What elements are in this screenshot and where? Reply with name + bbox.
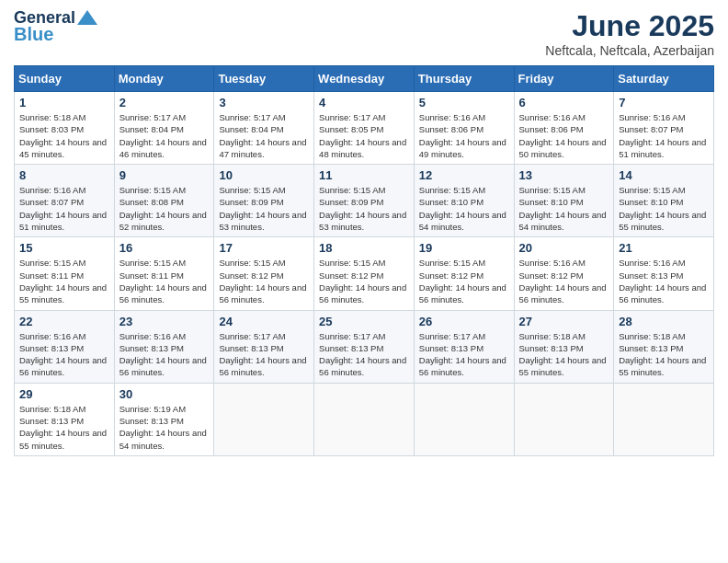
day-info: Sunrise: 5:15 AM Sunset: 8:10 PM Dayligh…: [619, 184, 709, 233]
day-number: 18: [319, 241, 409, 255]
day-info: Sunrise: 5:16 AM Sunset: 8:06 PM Dayligh…: [519, 111, 609, 160]
day-number: 12: [419, 168, 509, 182]
day-info: Sunrise: 5:19 AM Sunset: 8:13 PM Dayligh…: [119, 403, 210, 452]
day-number: 26: [419, 315, 509, 328]
day-info: Sunrise: 5:15 AM Sunset: 8:12 PM Dayligh…: [419, 257, 509, 305]
day-info: Sunrise: 5:16 AM Sunset: 8:07 PM Dayligh…: [19, 184, 109, 233]
calendar-cell-2-4: 11 Sunrise: 5:15 AM Sunset: 8:09 PM Dayl…: [314, 165, 415, 237]
calendar-cell-3-2: 16 Sunrise: 5:15 AM Sunset: 8:11 PM Dayl…: [114, 237, 214, 310]
col-thursday: Thursday: [414, 66, 514, 92]
calendar-cell-3-3: 17 Sunrise: 5:15 AM Sunset: 8:12 PM Dayl…: [214, 237, 314, 310]
day-info: Sunrise: 5:15 AM Sunset: 8:12 PM Dayligh…: [219, 257, 309, 305]
calendar-header-row: Sunday Monday Tuesday Wednesday Thursday…: [15, 66, 714, 92]
calendar-cell-4-6: 27 Sunrise: 5:18 AM Sunset: 8:13 PM Dayl…: [514, 310, 614, 383]
day-info: Sunrise: 5:16 AM Sunset: 8:13 PM Dayligh…: [19, 330, 109, 379]
day-info: Sunrise: 5:15 AM Sunset: 8:11 PM Dayligh…: [19, 257, 109, 305]
col-saturday: Saturday: [614, 66, 714, 92]
day-number: 24: [219, 315, 309, 328]
calendar-cell-1-5: 5 Sunrise: 5:16 AM Sunset: 8:06 PM Dayli…: [414, 92, 514, 165]
day-number: 10: [219, 168, 309, 182]
calendar-week-2: 8 Sunrise: 5:16 AM Sunset: 8:07 PM Dayli…: [15, 165, 714, 237]
calendar-cell-5-4: [314, 383, 415, 455]
day-info: Sunrise: 5:18 AM Sunset: 8:13 PM Dayligh…: [519, 330, 609, 379]
calendar-cell-1-2: 2 Sunrise: 5:17 AM Sunset: 8:04 PM Dayli…: [114, 92, 214, 165]
col-monday: Monday: [114, 66, 214, 92]
logo-triangle-icon: [77, 10, 97, 25]
main-title: June 2025: [545, 9, 714, 43]
day-info: Sunrise: 5:16 AM Sunset: 8:07 PM Dayligh…: [619, 111, 709, 160]
calendar-cell-4-2: 23 Sunrise: 5:16 AM Sunset: 8:13 PM Dayl…: [114, 310, 214, 383]
calendar-cell-3-5: 19 Sunrise: 5:15 AM Sunset: 8:12 PM Dayl…: [414, 237, 514, 310]
day-number: 3: [219, 96, 309, 109]
day-info: Sunrise: 5:15 AM Sunset: 8:10 PM Dayligh…: [419, 184, 509, 233]
calendar-cell-4-3: 24 Sunrise: 5:17 AM Sunset: 8:13 PM Dayl…: [214, 310, 314, 383]
calendar-cell-4-1: 22 Sunrise: 5:16 AM Sunset: 8:13 PM Dayl…: [15, 310, 115, 383]
calendar-cell-5-1: 29 Sunrise: 5:18 AM Sunset: 8:13 PM Dayl…: [15, 383, 115, 455]
day-number: 2: [119, 96, 210, 109]
day-number: 16: [119, 241, 210, 255]
day-number: 7: [619, 96, 709, 109]
col-wednesday: Wednesday: [314, 66, 415, 92]
day-number: 27: [519, 315, 609, 328]
calendar-cell-4-4: 25 Sunrise: 5:17 AM Sunset: 8:13 PM Dayl…: [314, 310, 415, 383]
day-info: Sunrise: 5:18 AM Sunset: 8:13 PM Dayligh…: [619, 330, 709, 379]
header: General Blue June 2025 Neftcala, Neftcal…: [14, 9, 714, 58]
calendar-cell-4-7: 28 Sunrise: 5:18 AM Sunset: 8:13 PM Dayl…: [614, 310, 714, 383]
day-number: 23: [119, 315, 210, 328]
day-info: Sunrise: 5:16 AM Sunset: 8:13 PM Dayligh…: [619, 257, 709, 305]
day-info: Sunrise: 5:15 AM Sunset: 8:09 PM Dayligh…: [319, 184, 409, 233]
day-info: Sunrise: 5:16 AM Sunset: 8:13 PM Dayligh…: [119, 330, 210, 379]
calendar-cell-5-2: 30 Sunrise: 5:19 AM Sunset: 8:13 PM Dayl…: [114, 383, 214, 455]
calendar-cell-4-5: 26 Sunrise: 5:17 AM Sunset: 8:13 PM Dayl…: [414, 310, 514, 383]
day-number: 5: [419, 96, 509, 109]
calendar-cell-2-1: 8 Sunrise: 5:16 AM Sunset: 8:07 PM Dayli…: [15, 165, 115, 237]
day-number: 11: [319, 168, 409, 182]
col-tuesday: Tuesday: [214, 66, 314, 92]
day-number: 29: [19, 387, 109, 401]
calendar-week-3: 15 Sunrise: 5:15 AM Sunset: 8:11 PM Dayl…: [15, 237, 714, 310]
col-sunday: Sunday: [15, 66, 115, 92]
day-info: Sunrise: 5:15 AM Sunset: 8:11 PM Dayligh…: [119, 257, 210, 305]
day-number: 6: [519, 96, 609, 109]
day-info: Sunrise: 5:18 AM Sunset: 8:13 PM Dayligh…: [19, 403, 109, 452]
day-info: Sunrise: 5:16 AM Sunset: 8:12 PM Dayligh…: [519, 257, 609, 305]
day-number: 20: [519, 241, 609, 255]
day-number: 1: [19, 96, 109, 109]
svg-marker-0: [77, 10, 97, 25]
day-number: 19: [419, 241, 509, 255]
day-info: Sunrise: 5:17 AM Sunset: 8:04 PM Dayligh…: [119, 111, 210, 160]
logo-blue: Blue: [14, 24, 53, 44]
page: General Blue June 2025 Neftcala, Neftcal…: [0, 0, 728, 563]
day-info: Sunrise: 5:15 AM Sunset: 8:09 PM Dayligh…: [219, 184, 309, 233]
calendar-cell-1-3: 3 Sunrise: 5:17 AM Sunset: 8:04 PM Dayli…: [214, 92, 314, 165]
day-number: 9: [119, 168, 210, 182]
day-number: 4: [319, 96, 409, 109]
calendar-cell-3-1: 15 Sunrise: 5:15 AM Sunset: 8:11 PM Dayl…: [15, 237, 115, 310]
calendar-cell-5-6: [514, 383, 614, 455]
calendar-cell-2-5: 12 Sunrise: 5:15 AM Sunset: 8:10 PM Dayl…: [414, 165, 514, 237]
logo: General Blue: [14, 9, 97, 44]
day-number: 25: [319, 315, 409, 328]
title-block: June 2025 Neftcala, Neftcala, Azerbaijan: [545, 9, 714, 58]
day-info: Sunrise: 5:18 AM Sunset: 8:03 PM Dayligh…: [19, 111, 109, 160]
calendar-cell-5-3: [214, 383, 314, 455]
calendar-cell-1-1: 1 Sunrise: 5:18 AM Sunset: 8:03 PM Dayli…: [15, 92, 115, 165]
calendar-week-4: 22 Sunrise: 5:16 AM Sunset: 8:13 PM Dayl…: [15, 310, 714, 383]
calendar-cell-2-2: 9 Sunrise: 5:15 AM Sunset: 8:08 PM Dayli…: [114, 165, 214, 237]
calendar-cell-5-7: [614, 383, 714, 455]
calendar-cell-1-4: 4 Sunrise: 5:17 AM Sunset: 8:05 PM Dayli…: [314, 92, 415, 165]
day-info: Sunrise: 5:17 AM Sunset: 8:13 PM Dayligh…: [219, 330, 309, 379]
calendar-cell-3-6: 20 Sunrise: 5:16 AM Sunset: 8:12 PM Dayl…: [514, 237, 614, 310]
day-info: Sunrise: 5:17 AM Sunset: 8:13 PM Dayligh…: [419, 330, 509, 379]
day-info: Sunrise: 5:17 AM Sunset: 8:05 PM Dayligh…: [319, 111, 409, 160]
day-info: Sunrise: 5:15 AM Sunset: 8:10 PM Dayligh…: [519, 184, 609, 233]
day-number: 13: [519, 168, 609, 182]
day-info: Sunrise: 5:15 AM Sunset: 8:12 PM Dayligh…: [319, 257, 409, 305]
day-number: 22: [19, 315, 109, 328]
subtitle: Neftcala, Neftcala, Azerbaijan: [545, 43, 714, 58]
calendar-cell-2-6: 13 Sunrise: 5:15 AM Sunset: 8:10 PM Dayl…: [514, 165, 614, 237]
day-number: 30: [119, 387, 210, 401]
calendar-table: Sunday Monday Tuesday Wednesday Thursday…: [14, 65, 714, 456]
calendar-cell-3-7: 21 Sunrise: 5:16 AM Sunset: 8:13 PM Dayl…: [614, 237, 714, 310]
day-info: Sunrise: 5:17 AM Sunset: 8:04 PM Dayligh…: [219, 111, 309, 160]
